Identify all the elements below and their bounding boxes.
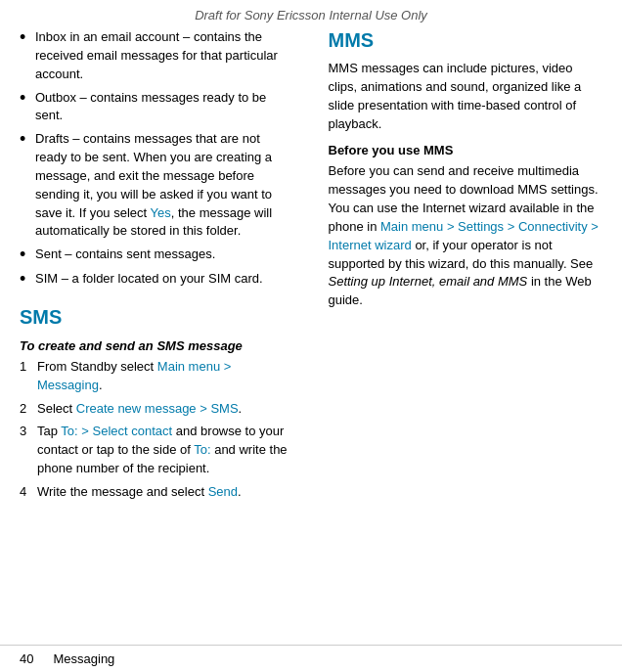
to-link: To: [194, 442, 210, 457]
list-item: • Outbox – contains messages ready to be… [20, 89, 294, 126]
bullet-dot: • [20, 246, 31, 265]
mms-title: MMS [329, 28, 603, 52]
to-select-contact-link: To: > Select contact [61, 424, 172, 438]
list-item: 2 Select Create new message > SMS. [20, 400, 294, 419]
main-menu-messaging-link: Main menu > Messaging [37, 359, 231, 392]
bullet-text: SIM – a folder located on your SIM card. [35, 270, 263, 289]
list-item: 3 Tap To: > Select contact and browse to… [20, 423, 294, 478]
step-text: Tap To: > Select contact and browse to y… [37, 423, 294, 478]
bullet-dot: • [20, 270, 31, 290]
bullet-text: Inbox in an email account – contains the… [35, 28, 294, 84]
web-guide-ref: Setting up Internet, email and MMS [329, 274, 528, 289]
list-item: 4 Write the message and select Send. [20, 483, 294, 502]
bullet-dot: • [20, 130, 31, 150]
step-number: 1 [20, 358, 33, 377]
page-number: 40 [20, 651, 33, 666]
create-new-sms-link: Create new message > SMS [76, 401, 239, 416]
step-text: Write the message and select Send. [37, 483, 242, 502]
sms-steps: 1 From Standby select Main menu > Messag… [20, 358, 294, 502]
sms-title: SMS [20, 305, 294, 329]
section-name: Messaging [53, 651, 114, 666]
before-mms-text: Before you can send and receive multimed… [329, 162, 603, 310]
bullet-text: Outbox – contains messages ready to be s… [35, 89, 294, 126]
bullet-dot: • [20, 89, 31, 109]
step-text: From Standby select Main menu > Messagin… [37, 358, 294, 395]
list-item: • SIM – a folder located on your SIM car… [20, 270, 294, 290]
left-column: • Inbox in an email account – contains t… [20, 28, 304, 507]
before-mms-title: Before you use MMS [329, 143, 603, 157]
list-item: 1 From Standby select Main menu > Messag… [20, 358, 294, 395]
footer: 40 Messaging [0, 645, 622, 672]
connectivity-link: Main menu > Settings > Connectivity > In… [329, 219, 599, 252]
yes-link: Yes [151, 205, 171, 220]
list-item: • Drafts – contains messages that are no… [20, 130, 294, 241]
right-column: MMS MMS messages can include pictures, v… [324, 28, 603, 507]
step-text: Select Create new message > SMS. [37, 400, 242, 419]
send-link: Send [208, 484, 238, 499]
step-number: 2 [20, 400, 33, 419]
bullet-list: • Inbox in an email account – contains t… [20, 28, 294, 290]
list-item: • Sent – contains sent messages. [20, 246, 294, 265]
mms-intro: MMS messages can include pictures, video… [329, 60, 603, 133]
mms-section: MMS MMS messages can include pictures, v… [329, 28, 603, 310]
bullet-text: Drafts – contains messages that are not … [35, 130, 294, 241]
draft-header: Draft for Sony Ericsson Internal Use Onl… [0, 0, 622, 28]
sms-section: SMS To create and send an SMS message 1 … [20, 305, 294, 502]
step-number: 3 [20, 423, 33, 441]
bullet-dot: • [20, 28, 31, 48]
list-item: • Inbox in an email account – contains t… [20, 28, 294, 84]
bullet-text: Sent – contains sent messages. [35, 246, 215, 264]
sms-subtitle: To create and send an SMS message [20, 338, 294, 353]
step-number: 4 [20, 483, 33, 502]
